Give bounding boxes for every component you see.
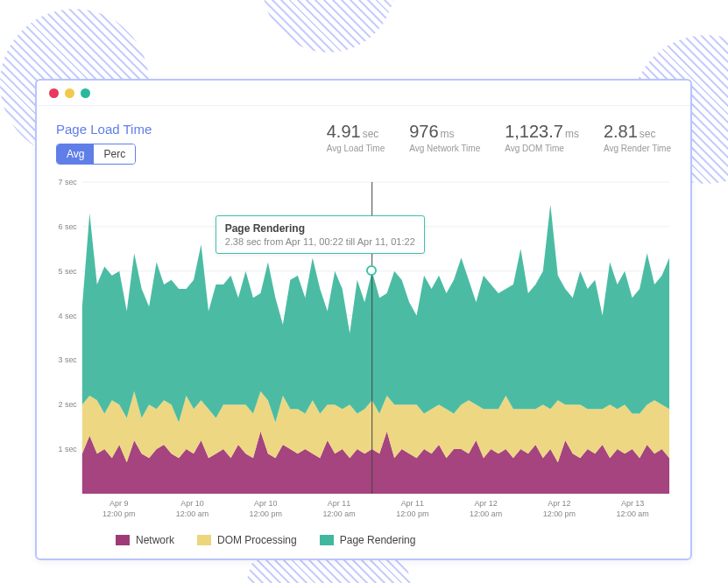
close-icon[interactable]	[49, 88, 59, 98]
svg-text:Apr 10: Apr 10	[180, 499, 203, 508]
stat-render-time: 2.81sec Avg Render Time	[604, 122, 671, 165]
header: Page Load Time Avg Perc 4.91sec Avg Load…	[37, 106, 690, 165]
svg-text:Apr 12: Apr 12	[474, 499, 497, 508]
decoration-circle	[263, 0, 394, 53]
legend-item-dom[interactable]: DOM Processing	[197, 534, 297, 546]
svg-text:Apr 11: Apr 11	[328, 499, 350, 508]
area-chart[interactable]: 1 sec2 sec3 sec4 sec5 sec6 sec7 secApr 9…	[53, 177, 675, 525]
svg-text:1 sec: 1 sec	[58, 445, 77, 453]
maximize-icon[interactable]	[81, 88, 90, 98]
stat-dom-time: 1,123.7ms Avg DOM Time	[505, 122, 579, 165]
svg-text:12:00 am: 12:00 am	[176, 509, 209, 518]
stats-row: 4.91sec Avg Load Time 976ms Avg Network …	[327, 122, 671, 165]
svg-text:5 sec: 5 sec	[58, 267, 77, 276]
legend-label: Network	[136, 534, 174, 546]
legend-swatch	[197, 535, 211, 545]
svg-text:12:00 pm: 12:00 pm	[543, 509, 576, 518]
titlebar	[37, 81, 690, 106]
minimize-icon[interactable]	[65, 88, 74, 98]
svg-text:4 sec: 4 sec	[58, 312, 77, 320]
svg-text:12:00 am: 12:00 am	[617, 509, 649, 518]
svg-text:3 sec: 3 sec	[58, 356, 77, 365]
stat-network-time: 976ms Avg Network Time	[409, 122, 480, 165]
app-window: Page Load Time Avg Perc 4.91sec Avg Load…	[35, 79, 692, 560]
svg-text:Apr 12: Apr 12	[548, 499, 570, 508]
legend: Network DOM Processing Page Rendering	[37, 529, 690, 558]
svg-text:6 sec: 6 sec	[58, 222, 77, 231]
page-title: Page Load Time	[56, 122, 179, 137]
legend-swatch	[116, 535, 130, 545]
chart-area[interactable]: 1 sec2 sec3 sec4 sec5 sec6 sec7 secApr 9…	[53, 177, 675, 525]
toggle-avg[interactable]: Avg	[57, 144, 94, 164]
stat-load-time: 4.91sec Avg Load Time	[327, 122, 385, 165]
svg-text:Apr 9: Apr 9	[110, 499, 128, 508]
svg-text:12:00 pm: 12:00 pm	[102, 509, 135, 518]
legend-item-render[interactable]: Page Rendering	[320, 534, 416, 546]
svg-text:12:00 am: 12:00 am	[470, 509, 502, 518]
svg-text:7 sec: 7 sec	[58, 178, 77, 186]
svg-text:Apr 10: Apr 10	[254, 499, 277, 508]
legend-item-network[interactable]: Network	[116, 534, 174, 546]
legend-swatch	[320, 535, 334, 545]
svg-text:12:00 pm: 12:00 pm	[250, 509, 282, 518]
svg-text:Apr 13: Apr 13	[621, 499, 644, 508]
svg-text:Apr 11: Apr 11	[401, 499, 424, 508]
svg-text:12:00 pm: 12:00 pm	[396, 509, 428, 518]
toggle-perc[interactable]: Perc	[94, 144, 135, 164]
svg-text:12:00 am: 12:00 am	[322, 509, 355, 518]
metric-toggle: Avg Perc	[56, 144, 136, 165]
legend-label: DOM Processing	[217, 534, 297, 546]
legend-label: Page Rendering	[340, 534, 416, 546]
svg-text:2 sec: 2 sec	[58, 400, 77, 409]
